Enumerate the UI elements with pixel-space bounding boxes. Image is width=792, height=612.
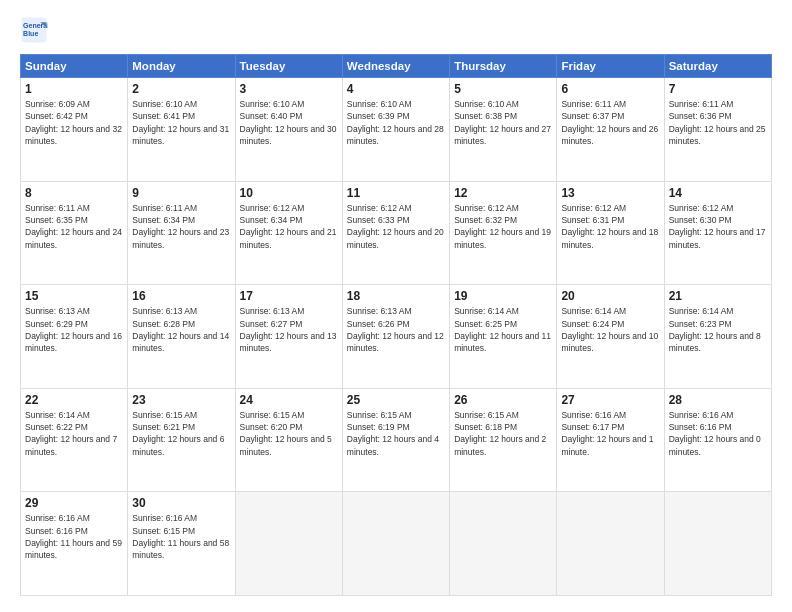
day-info: Sunrise: 6:13 AMSunset: 6:29 PMDaylight:…: [25, 305, 123, 354]
day-info: Sunrise: 6:15 AMSunset: 6:18 PMDaylight:…: [454, 409, 552, 458]
calendar-cell: 10Sunrise: 6:12 AMSunset: 6:34 PMDayligh…: [235, 181, 342, 285]
svg-text:Blue: Blue: [23, 30, 38, 37]
day-info: Sunrise: 6:10 AMSunset: 6:38 PMDaylight:…: [454, 98, 552, 147]
day-number: 16: [132, 289, 230, 303]
calendar-cell: 3Sunrise: 6:10 AMSunset: 6:40 PMDaylight…: [235, 78, 342, 182]
day-info: Sunrise: 6:15 AMSunset: 6:20 PMDaylight:…: [240, 409, 338, 458]
day-number: 17: [240, 289, 338, 303]
day-number: 12: [454, 186, 552, 200]
day-info: Sunrise: 6:14 AMSunset: 6:25 PMDaylight:…: [454, 305, 552, 354]
day-number: 19: [454, 289, 552, 303]
calendar-cell: 9Sunrise: 6:11 AMSunset: 6:34 PMDaylight…: [128, 181, 235, 285]
day-number: 29: [25, 496, 123, 510]
day-number: 15: [25, 289, 123, 303]
day-number: 25: [347, 393, 445, 407]
day-header-friday: Friday: [557, 55, 664, 78]
calendar-week-2: 8Sunrise: 6:11 AMSunset: 6:35 PMDaylight…: [21, 181, 772, 285]
day-number: 20: [561, 289, 659, 303]
calendar-cell: [235, 492, 342, 596]
calendar-header-row: SundayMondayTuesdayWednesdayThursdayFrid…: [21, 55, 772, 78]
day-number: 18: [347, 289, 445, 303]
day-number: 11: [347, 186, 445, 200]
day-number: 5: [454, 82, 552, 96]
calendar-cell: 21Sunrise: 6:14 AMSunset: 6:23 PMDayligh…: [664, 285, 771, 389]
day-info: Sunrise: 6:12 AMSunset: 6:30 PMDaylight:…: [669, 202, 767, 251]
day-number: 14: [669, 186, 767, 200]
calendar-week-1: 1Sunrise: 6:09 AMSunset: 6:42 PMDaylight…: [21, 78, 772, 182]
day-info: Sunrise: 6:10 AMSunset: 6:39 PMDaylight:…: [347, 98, 445, 147]
day-header-tuesday: Tuesday: [235, 55, 342, 78]
day-number: 27: [561, 393, 659, 407]
calendar-cell: 8Sunrise: 6:11 AMSunset: 6:35 PMDaylight…: [21, 181, 128, 285]
day-number: 4: [347, 82, 445, 96]
calendar-cell: 16Sunrise: 6:13 AMSunset: 6:28 PMDayligh…: [128, 285, 235, 389]
calendar-week-4: 22Sunrise: 6:14 AMSunset: 6:22 PMDayligh…: [21, 388, 772, 492]
day-number: 13: [561, 186, 659, 200]
day-number: 10: [240, 186, 338, 200]
calendar-cell: 25Sunrise: 6:15 AMSunset: 6:19 PMDayligh…: [342, 388, 449, 492]
calendar-cell: 14Sunrise: 6:12 AMSunset: 6:30 PMDayligh…: [664, 181, 771, 285]
day-number: 3: [240, 82, 338, 96]
calendar-cell: 11Sunrise: 6:12 AMSunset: 6:33 PMDayligh…: [342, 181, 449, 285]
day-info: Sunrise: 6:11 AMSunset: 6:37 PMDaylight:…: [561, 98, 659, 147]
day-info: Sunrise: 6:10 AMSunset: 6:41 PMDaylight:…: [132, 98, 230, 147]
calendar-cell: [557, 492, 664, 596]
day-info: Sunrise: 6:15 AMSunset: 6:19 PMDaylight:…: [347, 409, 445, 458]
calendar-cell: 27Sunrise: 6:16 AMSunset: 6:17 PMDayligh…: [557, 388, 664, 492]
day-info: Sunrise: 6:11 AMSunset: 6:34 PMDaylight:…: [132, 202, 230, 251]
day-number: 22: [25, 393, 123, 407]
calendar-table: SundayMondayTuesdayWednesdayThursdayFrid…: [20, 54, 772, 596]
day-info: Sunrise: 6:14 AMSunset: 6:24 PMDaylight:…: [561, 305, 659, 354]
calendar-cell: [450, 492, 557, 596]
calendar-cell: 12Sunrise: 6:12 AMSunset: 6:32 PMDayligh…: [450, 181, 557, 285]
calendar-cell: 17Sunrise: 6:13 AMSunset: 6:27 PMDayligh…: [235, 285, 342, 389]
day-header-thursday: Thursday: [450, 55, 557, 78]
calendar-cell: [664, 492, 771, 596]
day-info: Sunrise: 6:11 AMSunset: 6:35 PMDaylight:…: [25, 202, 123, 251]
header: General Blue: [20, 16, 772, 44]
day-number: 28: [669, 393, 767, 407]
day-header-saturday: Saturday: [664, 55, 771, 78]
day-header-monday: Monday: [128, 55, 235, 78]
page: General Blue SundayMondayTuesdayWednesda…: [0, 0, 792, 612]
calendar-cell: 28Sunrise: 6:16 AMSunset: 6:16 PMDayligh…: [664, 388, 771, 492]
day-info: Sunrise: 6:12 AMSunset: 6:31 PMDaylight:…: [561, 202, 659, 251]
calendar-cell: [342, 492, 449, 596]
day-header-wednesday: Wednesday: [342, 55, 449, 78]
calendar-cell: 2Sunrise: 6:10 AMSunset: 6:41 PMDaylight…: [128, 78, 235, 182]
calendar-week-3: 15Sunrise: 6:13 AMSunset: 6:29 PMDayligh…: [21, 285, 772, 389]
calendar-cell: 6Sunrise: 6:11 AMSunset: 6:37 PMDaylight…: [557, 78, 664, 182]
day-info: Sunrise: 6:14 AMSunset: 6:22 PMDaylight:…: [25, 409, 123, 458]
calendar-cell: 5Sunrise: 6:10 AMSunset: 6:38 PMDaylight…: [450, 78, 557, 182]
calendar-cell: 30Sunrise: 6:16 AMSunset: 6:15 PMDayligh…: [128, 492, 235, 596]
day-info: Sunrise: 6:12 AMSunset: 6:32 PMDaylight:…: [454, 202, 552, 251]
day-number: 8: [25, 186, 123, 200]
day-info: Sunrise: 6:11 AMSunset: 6:36 PMDaylight:…: [669, 98, 767, 147]
calendar-cell: 22Sunrise: 6:14 AMSunset: 6:22 PMDayligh…: [21, 388, 128, 492]
day-info: Sunrise: 6:16 AMSunset: 6:15 PMDaylight:…: [132, 512, 230, 561]
calendar-cell: 20Sunrise: 6:14 AMSunset: 6:24 PMDayligh…: [557, 285, 664, 389]
day-number: 9: [132, 186, 230, 200]
calendar-cell: 29Sunrise: 6:16 AMSunset: 6:16 PMDayligh…: [21, 492, 128, 596]
day-info: Sunrise: 6:15 AMSunset: 6:21 PMDaylight:…: [132, 409, 230, 458]
calendar-cell: 13Sunrise: 6:12 AMSunset: 6:31 PMDayligh…: [557, 181, 664, 285]
day-info: Sunrise: 6:16 AMSunset: 6:17 PMDaylight:…: [561, 409, 659, 458]
day-number: 2: [132, 82, 230, 96]
day-info: Sunrise: 6:13 AMSunset: 6:28 PMDaylight:…: [132, 305, 230, 354]
calendar-cell: 18Sunrise: 6:13 AMSunset: 6:26 PMDayligh…: [342, 285, 449, 389]
day-number: 23: [132, 393, 230, 407]
logo: General Blue: [20, 16, 52, 44]
calendar-week-5: 29Sunrise: 6:16 AMSunset: 6:16 PMDayligh…: [21, 492, 772, 596]
day-header-sunday: Sunday: [21, 55, 128, 78]
day-info: Sunrise: 6:16 AMSunset: 6:16 PMDaylight:…: [669, 409, 767, 458]
calendar-cell: 26Sunrise: 6:15 AMSunset: 6:18 PMDayligh…: [450, 388, 557, 492]
calendar-cell: 1Sunrise: 6:09 AMSunset: 6:42 PMDaylight…: [21, 78, 128, 182]
day-info: Sunrise: 6:13 AMSunset: 6:27 PMDaylight:…: [240, 305, 338, 354]
day-info: Sunrise: 6:16 AMSunset: 6:16 PMDaylight:…: [25, 512, 123, 561]
day-info: Sunrise: 6:14 AMSunset: 6:23 PMDaylight:…: [669, 305, 767, 354]
day-info: Sunrise: 6:12 AMSunset: 6:33 PMDaylight:…: [347, 202, 445, 251]
day-number: 30: [132, 496, 230, 510]
calendar-cell: 15Sunrise: 6:13 AMSunset: 6:29 PMDayligh…: [21, 285, 128, 389]
day-number: 21: [669, 289, 767, 303]
calendar-cell: 4Sunrise: 6:10 AMSunset: 6:39 PMDaylight…: [342, 78, 449, 182]
